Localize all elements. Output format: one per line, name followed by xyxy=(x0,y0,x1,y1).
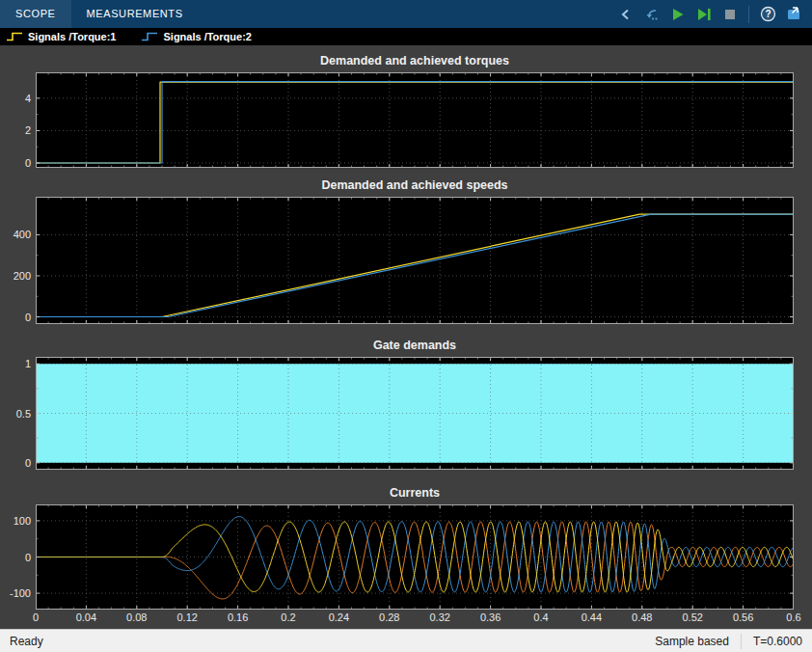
help-button[interactable]: ? xyxy=(757,4,778,25)
toolstrip: SCOPE MEASUREMENTS xyxy=(0,0,812,28)
x-tick-label: 0.36 xyxy=(472,611,510,623)
chevron-left-icon xyxy=(619,8,633,21)
y-tick-label: 0 xyxy=(0,156,31,170)
y-tick-label: 200 xyxy=(0,269,31,283)
x-tick-label: 0 xyxy=(16,611,55,623)
highlight-block-button[interactable] xyxy=(783,4,804,25)
step-back-icon xyxy=(644,7,660,22)
x-tick-label: 0.48 xyxy=(623,611,662,623)
x-tick-label: 0.4 xyxy=(522,611,560,623)
x-tick-label: 0.28 xyxy=(370,611,409,623)
x-tick-label: 0.52 xyxy=(673,611,712,623)
sample-mode-label: Sample based xyxy=(655,635,729,648)
panel-torques: Demanded and achieved torques 024 xyxy=(36,53,794,168)
toolbar-divider xyxy=(748,6,749,23)
svg-text:?: ? xyxy=(765,9,771,19)
plot-area: Demanded and achieved torques 024 Demand… xyxy=(0,45,812,629)
x-tick-label: 0.56 xyxy=(724,611,763,623)
gates-plot[interactable]: 00.51 xyxy=(36,357,794,470)
status-divider xyxy=(741,634,742,649)
plot-title: Demanded and achieved speeds xyxy=(36,177,794,193)
x-tick-label: 0.44 xyxy=(572,611,610,623)
x-tick-label: 0.04 xyxy=(67,611,105,623)
y-tick-label: 0 xyxy=(0,311,31,324)
x-tick-label: 0.16 xyxy=(219,611,257,623)
panel-currents: Currents -1000100 xyxy=(36,485,794,610)
run-button[interactable] xyxy=(667,4,689,25)
plot-canvas xyxy=(36,197,794,324)
speeds-plot[interactable]: 0200400 xyxy=(36,197,794,324)
x-tick-label: 0.24 xyxy=(319,611,358,623)
step-waveform-icon xyxy=(141,32,158,41)
y-tick-label: 4 xyxy=(0,92,31,105)
x-tick-label: 0.12 xyxy=(168,611,206,623)
sim-time-label: T=0.6000 xyxy=(753,635,802,648)
step-forward-button[interactable] xyxy=(693,4,715,25)
status-text: Ready xyxy=(10,635,43,648)
y-tick-label: 0.5 xyxy=(0,407,31,421)
tab-measurements[interactable]: MEASUREMENTS xyxy=(71,0,199,28)
legend-item-torque2[interactable]: Signals /Torque:2 xyxy=(141,31,251,42)
status-bar: Ready Sample based T=0.6000 xyxy=(0,629,812,652)
y-tick-label: 100 xyxy=(0,514,31,528)
panel-gates: Gate demands 00.51 xyxy=(36,338,794,470)
step-forward-icon xyxy=(696,7,712,22)
plot-canvas xyxy=(36,357,794,470)
panel-speeds: Demanded and achieved speeds 0200400 xyxy=(36,177,794,324)
plot-canvas xyxy=(36,72,794,168)
legend-label: Signals /Torque:2 xyxy=(163,31,251,42)
plot-title: Currents xyxy=(36,485,794,501)
y-tick-label: 400 xyxy=(0,228,31,241)
plot-canvas xyxy=(36,504,794,610)
y-tick-label: 2 xyxy=(0,123,31,137)
x-tick-label: 0.6 xyxy=(774,611,812,623)
plot-title: Gate demands xyxy=(36,338,794,353)
y-tick-label: 1 xyxy=(0,357,31,370)
y-tick-label: -100 xyxy=(0,586,31,600)
toolbar-buttons: ? xyxy=(615,4,812,25)
x-tick-label: 0.2 xyxy=(269,611,308,623)
tab-scope[interactable]: SCOPE xyxy=(0,0,71,28)
y-tick-label: 0 xyxy=(0,456,31,470)
legend-label: Signals /Torque:1 xyxy=(28,31,116,42)
y-tick-label: 0 xyxy=(0,551,31,564)
stop-button[interactable] xyxy=(719,4,741,25)
legend-item-torque1[interactable]: Signals /Torque:1 xyxy=(6,31,116,42)
x-tick-label: 0.08 xyxy=(118,611,156,623)
legend-bar: Signals /Torque:1 Signals /Torque:2 xyxy=(0,28,812,45)
play-icon xyxy=(670,7,686,22)
x-axis-tick-labels: 00.040.080.120.160.20.240.280.320.360.40… xyxy=(36,610,794,625)
scope-window: SCOPE MEASUREMENTS xyxy=(0,0,812,652)
currents-plot[interactable]: -1000100 xyxy=(36,504,794,610)
stop-icon xyxy=(722,7,738,22)
x-tick-label: 0.32 xyxy=(420,611,459,623)
step-waveform-icon xyxy=(6,32,23,41)
step-back-button[interactable] xyxy=(641,4,663,25)
torques-plot[interactable]: 024 xyxy=(36,72,794,168)
highlight-block-icon xyxy=(786,6,802,22)
help-icon: ? xyxy=(760,6,776,22)
plot-title: Demanded and achieved torques xyxy=(36,53,794,68)
collapse-toolstrip-button[interactable] xyxy=(615,4,636,25)
